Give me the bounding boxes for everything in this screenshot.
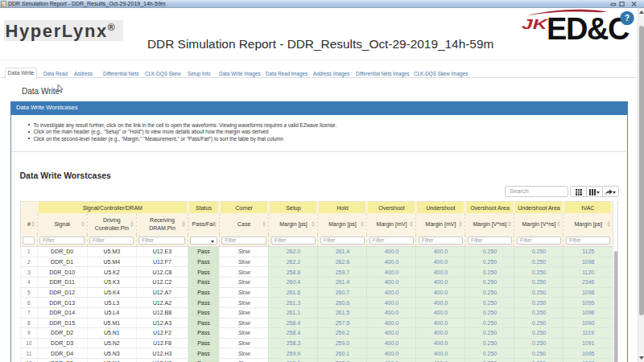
svg-text:JK: JK: [522, 16, 548, 31]
svg-text:ED&C: ED&C: [547, 12, 630, 44]
svg-text:?: ?: [625, 14, 630, 23]
